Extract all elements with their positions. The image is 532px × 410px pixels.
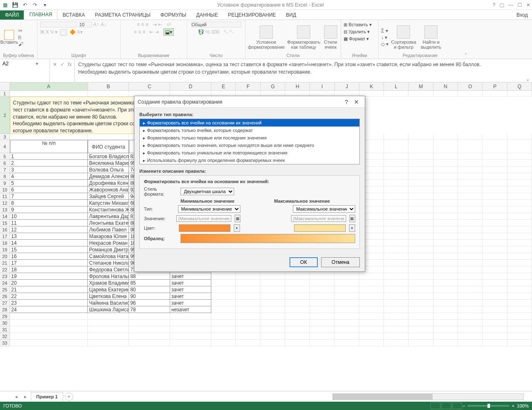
cell[interactable] [433,140,458,153]
cell[interactable] [236,280,260,286]
rule-type-item[interactable]: Использовать формулу для определения фор… [140,157,359,164]
cell[interactable] [507,134,532,140]
cell[interactable]: зачет [170,300,211,306]
cell[interactable] [433,166,458,173]
cell[interactable] [334,340,359,346]
cell[interactable] [433,193,458,200]
row-header[interactable]: 30 [0,320,10,326]
cell[interactable]: зачет [170,273,211,280]
row-header[interactable]: 18 [0,240,10,246]
cell[interactable] [10,333,88,340]
cell[interactable]: 7 [10,193,88,200]
cell[interactable]: Дорофеева Ксения [88,180,129,186]
cell[interactable] [170,333,211,340]
cell[interactable] [170,340,211,346]
cell[interactable] [236,300,260,306]
row-header[interactable]: 1 [0,91,10,97]
cell[interactable] [507,320,532,326]
cell[interactable] [408,260,433,266]
cell[interactable] [483,193,507,200]
cell[interactable]: 4 [10,173,88,180]
cell[interactable] [211,313,236,320]
cell[interactable] [334,326,359,333]
cell[interactable] [458,280,483,286]
font-size-input[interactable] [79,22,92,27]
column-header[interactable]: I [310,82,334,90]
row-header[interactable]: 10 [0,186,10,193]
cell[interactable] [433,300,458,306]
cell[interactable] [384,253,408,260]
column-header[interactable]: H [285,82,310,90]
cell[interactable] [458,193,483,200]
cell[interactable] [384,340,408,346]
cell[interactable] [236,326,260,333]
cell[interactable] [483,186,507,193]
cell[interactable] [211,320,236,326]
signin-link[interactable]: Вход [512,10,532,20]
cell[interactable] [458,233,483,240]
cell[interactable] [433,153,458,160]
cell[interactable] [384,180,408,186]
maximize-icon[interactable]: ☐ [517,2,522,8]
cell[interactable] [483,173,507,180]
cell[interactable] [483,180,507,186]
cell[interactable] [507,300,532,306]
cell[interactable] [384,220,408,226]
cell[interactable] [334,293,359,300]
cell[interactable]: 88 [129,273,170,280]
help-icon[interactable]: ? [492,2,495,8]
cell[interactable] [359,313,384,320]
rule-type-list[interactable]: Форматировать все ячейки на основании их… [139,119,360,164]
cell[interactable] [310,280,334,286]
cell[interactable]: 78 [129,306,170,313]
zoom-in-icon[interactable]: + [512,403,514,408]
ok-button[interactable]: ОК [290,257,318,267]
cell[interactable] [507,306,532,313]
column-header[interactable]: L [384,82,408,90]
cell[interactable] [384,326,408,333]
column-header[interactable]: K [359,82,384,90]
copy-icon[interactable]: ⎘ [18,35,23,40]
cell[interactable] [334,286,359,293]
cell[interactable] [408,300,433,306]
cell[interactable]: 17 [10,260,88,266]
cell[interactable]: 23 [10,300,88,306]
cell[interactable] [310,286,334,293]
column-header[interactable]: N [433,82,458,90]
cell[interactable] [310,326,334,333]
rule-type-item[interactable]: Форматировать все ячейки на основании их… [140,119,359,127]
cell[interactable] [236,340,260,346]
cell[interactable] [88,326,129,333]
cell[interactable]: 80 [129,286,170,293]
cell[interactable] [507,153,532,160]
font-name-input[interactable] [40,22,77,27]
cell[interactable] [507,253,532,260]
cell[interactable] [359,340,384,346]
cell[interactable] [359,326,384,333]
row-header[interactable]: 13 [0,206,10,213]
cell[interactable] [129,326,170,333]
column-header[interactable]: C [129,82,170,90]
cell[interactable] [260,300,285,306]
cell[interactable] [458,293,483,300]
cell[interactable]: 21 [10,286,88,293]
cell[interactable] [384,266,408,273]
cell[interactable] [507,206,532,213]
cell[interactable]: 8 [10,200,88,206]
cell[interactable] [408,140,433,153]
cell[interactable] [483,273,507,280]
cell[interactable] [408,160,433,166]
cell[interactable] [211,326,236,333]
redo-icon[interactable]: ↷ [32,2,38,8]
cell[interactable] [310,300,334,306]
cell[interactable] [310,320,334,326]
tab-formulas[interactable]: ФОРМУЛЫ [156,10,191,20]
cell[interactable] [408,246,433,253]
cell[interactable] [408,240,433,246]
cell[interactable] [88,313,129,320]
row-header[interactable]: 16 [0,226,10,233]
cell[interactable] [507,266,532,273]
cell[interactable] [285,326,310,333]
cell[interactable] [433,180,458,186]
cell[interactable] [433,326,458,333]
